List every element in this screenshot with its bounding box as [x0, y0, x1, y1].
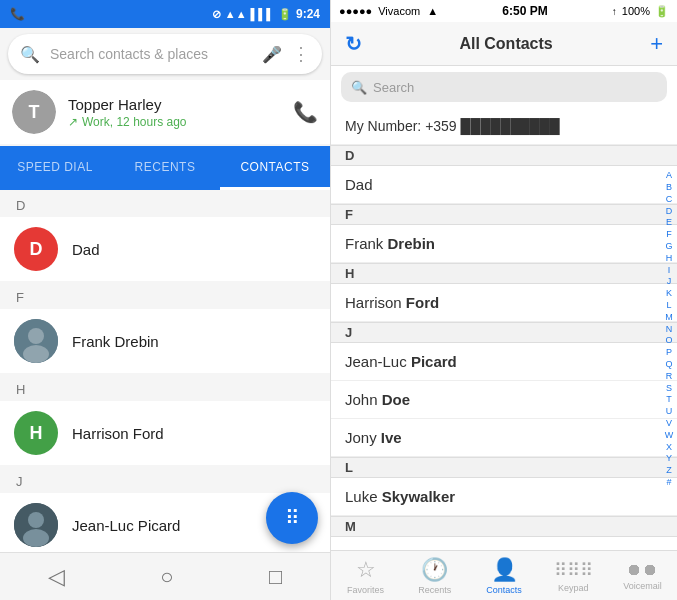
location-icon: ↑ — [612, 6, 617, 17]
ios-contact-last: Skywalker — [378, 488, 456, 505]
alpha-v[interactable]: V — [663, 418, 675, 429]
alpha-l[interactable]: L — [663, 300, 675, 311]
menu-icon[interactable]: ⋮ — [292, 43, 310, 65]
ios-tab-contacts[interactable]: 👤 Contacts — [469, 557, 538, 595]
ios-tab-recents[interactable]: 🕐 Recents — [400, 557, 469, 595]
alpha-c[interactable]: C — [663, 194, 675, 205]
wifi-icon-ios: ▲ — [427, 5, 438, 17]
recents-icon-ios: 🕐 — [421, 557, 448, 583]
alpha-p[interactable]: P — [663, 347, 675, 358]
alpha-a[interactable]: A — [663, 170, 675, 181]
android-tabs-bar: SPEED DIAL RECENTS CONTACTS — [0, 146, 330, 190]
recent-avatar: T — [12, 90, 56, 134]
recents-icon[interactable]: □ — [269, 564, 282, 590]
fab-dialpad-button[interactable]: ⠿ — [266, 492, 318, 544]
voicemail-icon: ⏺⏺ — [626, 561, 658, 579]
alpha-q[interactable]: Q — [663, 359, 675, 370]
tab-recents[interactable]: RECENTS — [110, 146, 220, 190]
my-number-value: +359 ██████████ — [425, 118, 560, 134]
contact-name-jeanluc: Jean-Luc Picard — [72, 517, 180, 534]
recent-info: Topper Harley ↗ Work, 12 hours ago — [68, 96, 281, 129]
contact-row-frank[interactable]: Frank Drebin — [0, 309, 330, 373]
refresh-button[interactable]: ↻ — [345, 32, 362, 56]
alpha-n[interactable]: N — [663, 324, 675, 335]
ios-contact-last: Drebin — [383, 235, 435, 252]
ios-tab-contacts-label: Contacts — [486, 585, 522, 595]
alpha-o[interactable]: O — [663, 335, 675, 346]
alpha-x[interactable]: X — [663, 442, 675, 453]
ios-section-m: M — [331, 516, 677, 537]
alpha-k[interactable]: K — [663, 288, 675, 299]
tab-contacts[interactable]: CONTACTS — [220, 146, 330, 190]
contact-row-harrison[interactable]: H Harrison Ford — [0, 401, 330, 465]
alpha-e[interactable]: E — [663, 217, 675, 228]
ios-contact-first: Dad — [345, 176, 373, 193]
ios-contact-last: Damage — [373, 547, 436, 550]
ios-contact-max[interactable]: Max Damage — [331, 537, 677, 550]
alpha-r[interactable]: R — [663, 371, 675, 382]
ios-contact-jeanluc[interactable]: Jean-Luc Picard — [331, 343, 677, 381]
ios-tab-voicemail[interactable]: ⏺⏺ Voicemail — [608, 561, 677, 591]
alpha-i[interactable]: I — [663, 265, 675, 276]
ios-contact-last: Ive — [377, 429, 402, 446]
recent-call-item[interactable]: T Topper Harley ↗ Work, 12 hours ago 📞 — [0, 80, 330, 144]
contact-name-dad: Dad — [72, 241, 100, 258]
contacts-icon-ios: 👤 — [491, 557, 518, 583]
ios-contact-harrison[interactable]: Harrison Ford — [331, 284, 677, 322]
tab-speed-dial[interactable]: SPEED DIAL — [0, 146, 110, 190]
ios-tab-recents-label: Recents — [418, 585, 451, 595]
alpha-m[interactable]: M — [663, 312, 675, 323]
status-left: 📞 — [10, 7, 25, 21]
ios-contact-first: Harrison — [345, 294, 402, 311]
ios-contact-luke[interactable]: Luke Skywalker — [331, 478, 677, 516]
wifi-icon: ▲▲ — [225, 8, 247, 20]
alpha-hash[interactable]: # — [663, 477, 675, 488]
ios-carrier: ●●●●● Vivacom ▲ — [339, 5, 438, 17]
dialpad-icon: ⠿ — [285, 506, 300, 530]
ios-contact-jony[interactable]: Jony Ive — [331, 419, 677, 457]
alpha-t[interactable]: T — [663, 394, 675, 405]
avatar-harrison: H — [14, 411, 58, 455]
alpha-z[interactable]: Z — [663, 465, 675, 476]
section-header-j: J — [0, 466, 330, 493]
alpha-d[interactable]: D — [663, 206, 675, 217]
ios-time: 6:50 PM — [502, 4, 547, 18]
alpha-u[interactable]: U — [663, 406, 675, 417]
android-search-placeholder: Search contacts & places — [50, 46, 252, 62]
ios-section-j: J — [331, 322, 677, 343]
search-icon: 🔍 — [20, 45, 40, 64]
android-status-bar: 📞 ⊘ ▲▲ ▌▌▌ 🔋 9:24 — [0, 0, 330, 28]
ios-my-number: My Number: +359 ██████████ — [331, 108, 677, 145]
alpha-g[interactable]: G — [663, 241, 675, 252]
add-contact-button[interactable]: + — [650, 31, 663, 57]
alpha-j[interactable]: J — [663, 276, 675, 287]
svg-point-2 — [23, 345, 49, 363]
battery-label: 100% — [622, 5, 650, 17]
mic-icon[interactable]: 🎤 — [262, 45, 282, 64]
alpha-s[interactable]: S — [663, 383, 675, 394]
android-contacts-wrapper: D D Dad F Frank Drebin H H Harrison Ford… — [0, 190, 330, 552]
alpha-f[interactable]: F — [663, 229, 675, 240]
ios-section-h: H — [331, 263, 677, 284]
back-icon[interactable]: ◁ — [48, 564, 65, 590]
ios-contact-frank[interactable]: Frank Drebin — [331, 225, 677, 263]
android-search-bar[interactable]: 🔍 Search contacts & places 🎤 ⋮ — [8, 34, 322, 74]
arrow-icon: ↗ — [68, 115, 78, 129]
alpha-h[interactable]: H — [663, 253, 675, 264]
my-number-label: My Number: — [345, 118, 425, 134]
contact-row-dad[interactable]: D Dad — [0, 217, 330, 281]
alpha-y[interactable]: Y — [663, 453, 675, 464]
ios-panel: ●●●●● Vivacom ▲ 6:50 PM ↑ 100% 🔋 ↻ All C… — [330, 0, 677, 600]
alpha-w[interactable]: W — [663, 430, 675, 441]
section-header-d: D — [0, 190, 330, 217]
alpha-b[interactable]: B — [663, 182, 675, 193]
ios-status-bar: ●●●●● Vivacom ▲ 6:50 PM ↑ 100% 🔋 — [331, 0, 677, 22]
home-icon[interactable]: ○ — [160, 564, 173, 590]
call-icon[interactable]: 📞 — [293, 100, 318, 124]
ios-tab-keypad[interactable]: ⠿⠿⠿ Keypad — [539, 559, 608, 593]
ios-contact-dad[interactable]: Dad — [331, 166, 677, 204]
ios-contact-john[interactable]: John Doe — [331, 381, 677, 419]
ios-search-bar[interactable]: 🔍 Search — [341, 72, 667, 102]
ios-tab-favorites[interactable]: ☆ Favorites — [331, 557, 400, 595]
ios-tab-favorites-label: Favorites — [347, 585, 384, 595]
